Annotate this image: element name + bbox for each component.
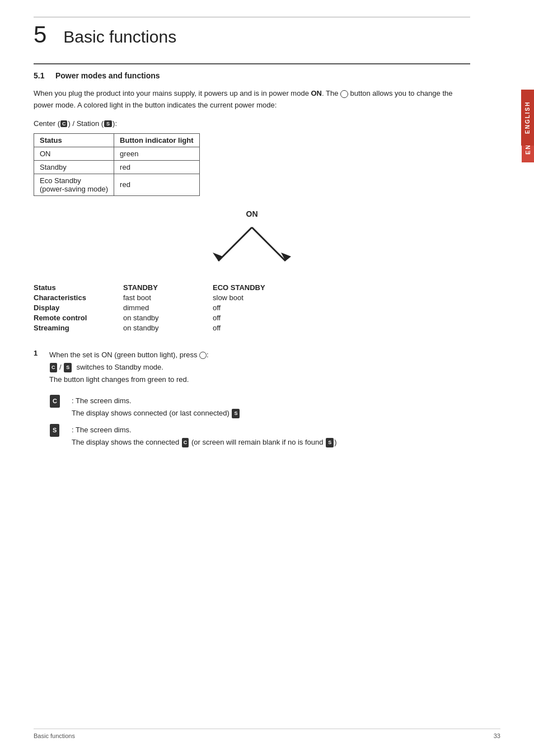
char-standby-1: fast boot <box>123 293 213 302</box>
characteristics-table: Status STANDBY ECO STANDBY Characteristi… <box>34 283 470 332</box>
table-header-status: Status <box>34 133 114 147</box>
char-label-1: Characteristics <box>34 293 123 302</box>
char-standby-2: dimmed <box>123 304 213 312</box>
svg-line-0 <box>218 227 252 261</box>
char-label-4: Streaming <box>34 324 123 332</box>
char-eco-3: off <box>213 314 302 322</box>
char-eco-4: off <box>213 324 302 332</box>
sub-item-s-text: : The screen dims. The display shows the… <box>72 424 336 449</box>
svg-marker-3 <box>281 253 291 261</box>
arrows-svg <box>202 222 302 267</box>
english-tab: ENGLISH <box>521 90 534 146</box>
char-eco-2: off <box>213 304 302 312</box>
icon-c-block: C <box>49 395 65 408</box>
power-diagram: ON <box>34 209 470 267</box>
char-label-2: Display <box>34 304 123 312</box>
sub-item-s: S : The screen dims. The display shows t… <box>49 424 336 449</box>
on-label: ON <box>246 209 258 218</box>
char-eco-1: slow boot <box>213 293 302 302</box>
char-col2-header: STANDBY <box>123 283 213 292</box>
item-content-1: When the set is ON (green button light),… <box>49 349 336 454</box>
chapter-number: 5 <box>34 23 46 46</box>
table-row: Standby red <box>34 160 200 174</box>
sub-item-c-text: : The screen dims. The display shows con… <box>72 395 240 419</box>
icon-s-block: S <box>49 424 65 437</box>
section-heading: 5.1 Power modes and functions <box>34 71 470 80</box>
table-row: ON green <box>34 147 200 160</box>
top-rule <box>34 17 470 17</box>
char-standby-3: on standby <box>123 314 213 322</box>
chapter-heading: 5 Basic functions <box>34 23 470 46</box>
char-standby-4: on standby <box>123 324 213 332</box>
center-station-line: Center (C) / Station (S): <box>34 119 470 128</box>
numbered-item-1: 1 When the set is ON (green button light… <box>34 349 470 454</box>
item-number-1: 1 <box>34 349 41 454</box>
sub-item-c: C : The screen dims. The display shows c… <box>49 395 336 419</box>
char-col1-header: Status <box>34 283 123 292</box>
char-label-3: Remote control <box>34 314 123 322</box>
status-table: Status Button indicator light ON green S… <box>34 133 200 196</box>
char-col3-header: ECO STANDBY <box>213 283 302 292</box>
table-row: Eco Standby(power-saving mode) red <box>34 174 200 195</box>
section-rule <box>34 63 470 64</box>
table-header-indicator: Button indicator light <box>114 133 199 147</box>
intro-paragraph: When you plug the product into your main… <box>34 88 470 111</box>
svg-marker-1 <box>213 253 223 261</box>
footer-left: Basic functions <box>34 732 75 739</box>
svg-line-2 <box>252 227 285 261</box>
chapter-title: Basic functions <box>63 27 176 46</box>
page-footer: Basic functions 33 <box>34 729 500 739</box>
footer-right: 33 <box>494 732 500 739</box>
